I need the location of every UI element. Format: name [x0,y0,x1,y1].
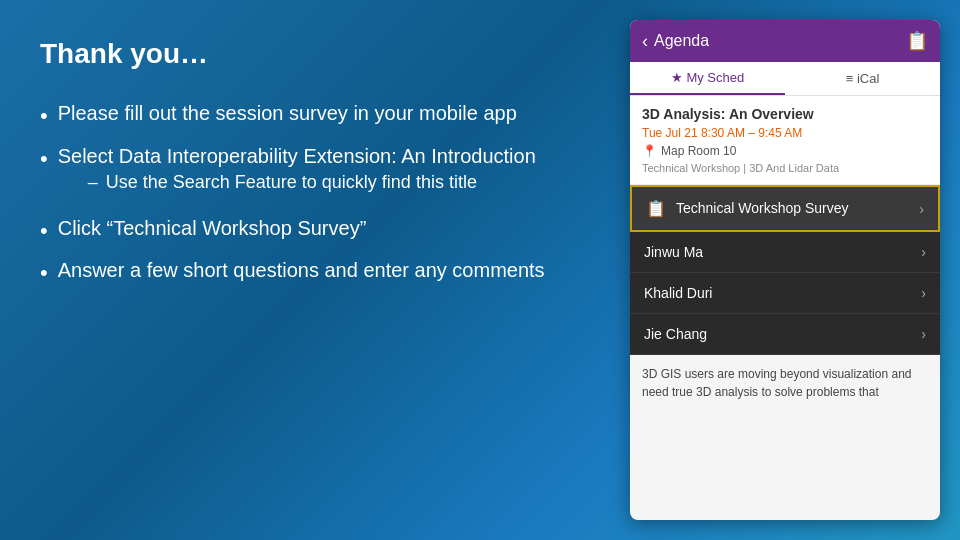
bullet-list: • Please fill out the session survey in … [40,102,580,288]
technical-workshop-survey-item[interactable]: 📋 Technical Workshop Survey › [630,185,940,232]
description-area: 3D GIS users are moving beyond visualiza… [630,355,940,411]
bullet-dot-1: • [40,102,48,131]
chevron-right-icon-2: › [921,285,926,301]
sub-bullet-text-1: Use the Search Feature to quickly find t… [106,172,477,193]
mobile-app-panel: ‹ Agenda 📋 ★ My Sched ≡ iCal 3D Analysis… [630,20,940,520]
chevron-right-icon-3: › [921,326,926,342]
header-title: Agenda [654,32,709,50]
session-card: 3D Analysis: An Overview Tue Jul 21 8:30… [630,96,940,185]
left-panel: Thank you… • Please fill out the session… [0,0,620,540]
bullet-item-4: • Answer a few short questions and enter… [40,259,580,288]
calendar-icon[interactable]: 📋 [906,30,928,52]
session-time: Tue Jul 21 8:30 AM – 9:45 AM [642,126,928,140]
sub-dash: – [88,172,98,193]
app-header-left: ‹ Agenda [642,31,709,52]
person-name-2: Khalid Duri [644,285,712,301]
bullet-dot-3: • [40,217,48,246]
tab-bar: ★ My Sched ≡ iCal [630,62,940,96]
list-item-content: 📋 Technical Workshop Survey [646,199,848,218]
session-subtitle: Technical Workshop | 3D And Lidar Data [642,162,928,174]
tab-ical-label: ≡ iCal [846,71,880,86]
tab-my-sched-label: ★ My Sched [671,70,744,85]
session-title: 3D Analysis: An Overview [642,106,928,122]
person-name-3: Jie Chang [644,326,707,342]
page-title: Thank you… [40,38,580,70]
bullet-text-1: Please fill out the session survey in yo… [58,102,517,125]
person-item-1[interactable]: Jinwu Ma › [630,232,940,273]
survey-icon: 📋 [646,199,666,218]
bullet-dot-2: • [40,145,48,174]
back-arrow-icon[interactable]: ‹ [642,31,648,52]
session-location-text: Map Room 10 [661,144,736,158]
person-item-3[interactable]: Jie Chang › [630,314,940,355]
chevron-right-icon-1: › [921,244,926,260]
app-header: ‹ Agenda 📋 [630,20,940,62]
bullet-text-3: Click “Technical Workshop Survey” [58,217,367,240]
tab-my-sched[interactable]: ★ My Sched [630,62,785,95]
chevron-right-icon: › [919,201,924,217]
bullet-item-2: • Select Data Interoperability Extension… [40,145,580,203]
person-name-1: Jinwu Ma [644,244,703,260]
description-text: 3D GIS users are moving beyond visualiza… [642,365,928,401]
bullet-item-3: • Click “Technical Workshop Survey” [40,217,580,246]
session-location: 📍 Map Room 10 [642,144,928,158]
sub-bullet-list: – Use the Search Feature to quickly find… [88,172,536,193]
person-item-2[interactable]: Khalid Duri › [630,273,940,314]
bullet-text-2: Select Data Interoperability Extension: … [58,145,536,167]
list-item-text: Technical Workshop Survey [676,199,848,217]
sub-bullet-item-1: – Use the Search Feature to quickly find… [88,172,536,193]
bullet-item-1: • Please fill out the session survey in … [40,102,580,131]
bullet-text-4: Answer a few short questions and enter a… [58,259,545,282]
bullet-dot-4: • [40,259,48,288]
tab-ical[interactable]: ≡ iCal [785,62,940,95]
map-icon: 📍 [642,144,657,158]
